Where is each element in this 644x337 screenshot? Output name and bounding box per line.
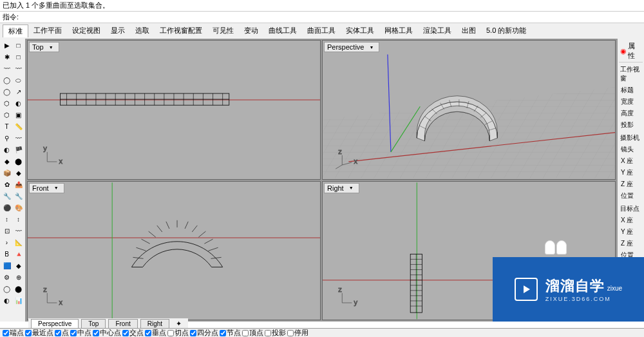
viewport-tab[interactable]: Front bbox=[108, 319, 137, 329]
tool-button[interactable]: ▣ bbox=[13, 110, 24, 120]
osnap-toggle[interactable]: 点 bbox=[55, 328, 69, 337]
checkbox[interactable] bbox=[265, 330, 271, 336]
prop-item[interactable]: X 座 bbox=[619, 155, 643, 167]
checkbox[interactable] bbox=[122, 330, 129, 336]
menu-item[interactable]: 设定视图 bbox=[67, 24, 106, 37]
prop-item[interactable]: Z 座 bbox=[619, 178, 643, 190]
osnap-toggle[interactable]: 停用 bbox=[287, 328, 308, 337]
tool-button[interactable]: ◯ bbox=[1, 284, 12, 294]
osnap-toggle[interactable]: 投影 bbox=[265, 328, 286, 337]
prop-item[interactable]: 位置 bbox=[619, 190, 643, 202]
osnap-toggle[interactable]: 四分点 bbox=[190, 328, 218, 337]
tool-button[interactable]: 〰 bbox=[13, 63, 24, 74]
menu-item[interactable]: 出图 bbox=[457, 24, 481, 37]
tool-button[interactable]: › bbox=[1, 237, 12, 248]
checkbox[interactable] bbox=[25, 330, 32, 336]
osnap-toggle[interactable]: 垂点 bbox=[145, 328, 166, 337]
tool-button[interactable]: 〰 bbox=[13, 226, 24, 236]
tool-button[interactable]: 🎨 bbox=[13, 202, 24, 213]
tool-button[interactable]: ◯ bbox=[1, 75, 12, 86]
menu-item[interactable]: 变动 bbox=[239, 24, 263, 37]
prop-item[interactable]: Z 座 bbox=[619, 238, 643, 249]
tool-button[interactable]: ⊕ bbox=[13, 272, 24, 283]
tool-button[interactable]: ⬤ bbox=[13, 284, 24, 294]
tool-button[interactable]: 🔺 bbox=[13, 249, 24, 260]
tool-button[interactable]: 〰 bbox=[13, 133, 24, 144]
tool-button[interactable]: 🏴 bbox=[13, 144, 24, 155]
tool-button[interactable]: ⬡ bbox=[1, 110, 12, 120]
osnap-toggle[interactable]: 端点 bbox=[3, 328, 24, 337]
menu-item[interactable]: 标准 bbox=[3, 24, 28, 37]
viewport-top-label[interactable]: Top ▼ bbox=[29, 42, 59, 52]
viewport-right-label[interactable]: Right ▼ bbox=[324, 183, 359, 193]
tool-button[interactable]: ◐ bbox=[1, 295, 12, 306]
checkbox[interactable] bbox=[220, 330, 226, 336]
menu-item[interactable]: 显示 bbox=[106, 24, 130, 37]
prop-item[interactable]: 高度 bbox=[619, 108, 643, 119]
viewport-perspective[interactable]: Perspective ▼ bbox=[322, 40, 616, 180]
menu-item[interactable]: 实体工具 bbox=[341, 24, 379, 37]
checkbox[interactable] bbox=[145, 330, 151, 336]
dropdown-icon[interactable]: ▼ bbox=[369, 45, 374, 50]
tool-button[interactable]: 🔧 bbox=[1, 191, 12, 202]
tool-button[interactable]: ◐ bbox=[13, 98, 24, 109]
tool-button[interactable]: ◆ bbox=[13, 260, 24, 271]
menu-item[interactable]: 可见性 bbox=[207, 24, 239, 37]
tool-button[interactable]: ✱ bbox=[1, 52, 12, 63]
tool-button[interactable]: ▶ bbox=[1, 40, 12, 51]
dropdown-icon[interactable]: ▼ bbox=[349, 186, 354, 190]
tool-button[interactable]: B bbox=[1, 249, 12, 260]
command-input[interactable] bbox=[21, 14, 641, 21]
tool-button[interactable]: ⚫ bbox=[1, 202, 12, 213]
tool-button[interactable]: 🔧 bbox=[13, 191, 24, 202]
prop-item[interactable]: Y 座 bbox=[619, 226, 643, 238]
checkbox[interactable] bbox=[3, 330, 9, 336]
viewport-tab[interactable]: Right bbox=[140, 319, 169, 329]
prop-item[interactable]: 宽度 bbox=[619, 96, 643, 108]
tool-button[interactable]: ⬭ bbox=[13, 75, 24, 86]
tool-button[interactable]: ⬤ bbox=[13, 156, 24, 167]
tool-button[interactable]: ↗ bbox=[13, 86, 24, 97]
menu-item[interactable]: 工作平面 bbox=[28, 24, 67, 37]
checkbox[interactable] bbox=[70, 330, 77, 336]
osnap-toggle[interactable]: 切点 bbox=[167, 328, 189, 337]
viewport-top[interactable]: Top ▼ x y bbox=[27, 40, 321, 180]
tool-button[interactable]: □ bbox=[13, 40, 24, 51]
tool-button[interactable]: 🟦 bbox=[1, 260, 12, 271]
viewport-tab[interactable]: Top bbox=[81, 319, 106, 329]
tool-button[interactable]: □ bbox=[13, 52, 24, 63]
tool-button[interactable]: ⚲ bbox=[1, 133, 12, 144]
viewport-perspective-label[interactable]: Perspective ▼ bbox=[324, 42, 379, 52]
checkbox[interactable] bbox=[55, 330, 61, 336]
tool-button[interactable]: ⬡ bbox=[1, 98, 12, 109]
tool-button[interactable]: 〰 bbox=[1, 63, 12, 74]
tool-button[interactable]: 📤 bbox=[13, 179, 24, 190]
tool-button[interactable]: T bbox=[1, 121, 12, 132]
tool-button[interactable]: 📏 bbox=[13, 121, 24, 132]
tool-button[interactable]: ◯ bbox=[1, 86, 12, 97]
dropdown-icon[interactable]: ▼ bbox=[49, 45, 53, 50]
checkbox[interactable] bbox=[242, 330, 249, 336]
tool-button[interactable]: ◐ bbox=[1, 144, 12, 155]
tool-button[interactable]: ◆ bbox=[1, 156, 12, 167]
tool-button[interactable]: ↕ bbox=[13, 214, 24, 225]
menu-item[interactable]: 渲染工具 bbox=[418, 24, 457, 37]
menu-item[interactable]: 网格工具 bbox=[379, 24, 418, 37]
menu-item[interactable]: 5.0 的新功能 bbox=[481, 24, 531, 37]
tool-button[interactable]: ◆ bbox=[13, 168, 24, 178]
prop-item[interactable]: X 座 bbox=[619, 215, 643, 226]
osnap-toggle[interactable]: 交点 bbox=[122, 328, 144, 337]
tool-button[interactable]: 📐 bbox=[13, 237, 24, 248]
osnap-toggle[interactable]: 最近点 bbox=[25, 328, 53, 337]
osnap-toggle[interactable]: 中心点 bbox=[93, 328, 121, 337]
tool-button[interactable]: ⊡ bbox=[1, 226, 12, 236]
checkbox[interactable] bbox=[93, 330, 99, 336]
tool-button[interactable]: ⚙ bbox=[1, 272, 12, 283]
checkbox[interactable] bbox=[287, 330, 294, 336]
tool-button[interactable]: ✿ bbox=[1, 179, 12, 190]
tool-button[interactable]: 📊 bbox=[13, 295, 24, 306]
checkbox[interactable] bbox=[167, 330, 174, 336]
prop-item[interactable]: 镜头 bbox=[619, 144, 643, 155]
prop-item[interactable]: 标题 bbox=[619, 84, 643, 96]
viewport-tab[interactable]: Perspective bbox=[31, 319, 79, 329]
